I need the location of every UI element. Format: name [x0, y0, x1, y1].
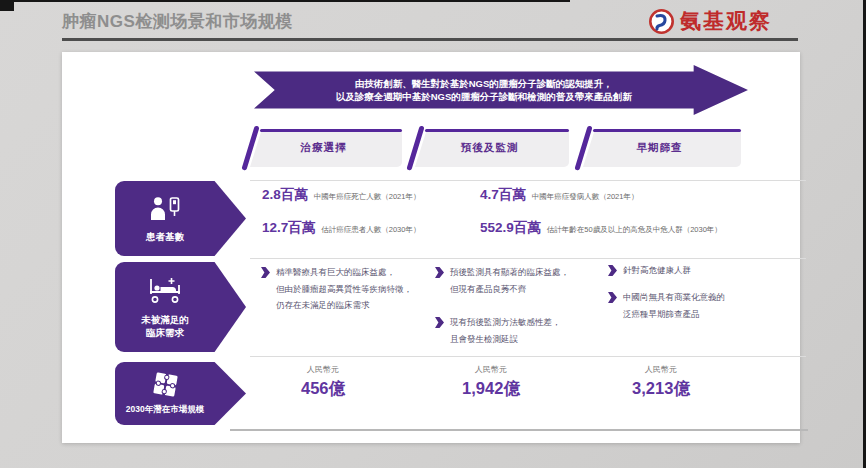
row-label-text: 2030年潛在市場規模 [126, 403, 204, 416]
bullet-line: 仍存在未滿足的臨床需求 [276, 297, 412, 314]
row-divider [250, 180, 806, 181]
banner-arrow: 由技術創新、醫生對於基於NGS的腫瘤分子診斷的認知提升， 以及診療全週期中基於N… [254, 65, 748, 115]
brand-logo: 氨基观察 [648, 7, 772, 35]
bullet-line: 針對高危健康人群 [623, 262, 691, 279]
screen-edge-top [0, 0, 570, 2]
market-value-screening: 人民幣元 3,213億 [596, 364, 726, 400]
brand-logo-icon [648, 8, 675, 35]
patient-icon [148, 195, 182, 222]
bullet-arrow-icon [608, 265, 617, 276]
row-label-line-2: 臨床需求 [141, 326, 189, 339]
stat-value: 4.7百萬 [480, 186, 526, 204]
bullet-no-pancancer-product: 中國尚無具有商業化意義的 泛癌種早期篩查產品 [608, 289, 778, 322]
tab-early-screening: 早期篩查 [578, 129, 741, 167]
row-label-patient-base: 患者基數 [115, 181, 246, 256]
row-label-unmet-needs: 未被滿足的 臨床需求 [115, 262, 246, 352]
bullet-arrow-icon [608, 292, 617, 303]
brand-logo-text: 氨基观察 [680, 7, 772, 35]
stat-caption: 中國年癌症發病人數（2021年） [532, 192, 639, 202]
bullet-monitoring-sensitivity: 現有預後監測方法敏感性差， 且會發生檢測延誤 [435, 314, 603, 347]
screen-edge-corner [0, 0, 14, 11]
row-label-market-size: 2030年潛在市場規模 [115, 362, 246, 425]
banner-text: 由技術創新、醫生對於基於NGS的腫瘤分子診斷的認知提升， 以及診療全週期中基於N… [279, 65, 689, 115]
bullet-prognosis-benefit: 預後監測具有顯著的臨床益處， 但現有產品良莠不齊 [435, 264, 603, 297]
stat-caption: 中國年癌症死亡人數（2021年） [314, 192, 421, 202]
tab-label: 治療選擇 [245, 129, 402, 167]
bullet-text: 中國尚無具有商業化意義的 泛癌種早期篩查產品 [623, 289, 725, 322]
stat-cancer-deaths: 2.8百萬 中國年癌症死亡人數（2021年） [262, 186, 420, 204]
market-value-prognosis: 人民幣元 1,942億 [426, 364, 556, 400]
stat-cancer-incidence: 4.7百萬 中國年癌症發病人數（2021年） [480, 186, 638, 204]
bullet-text: 預後監測具有顯著的臨床益處， 但現有產品良莠不齊 [450, 264, 569, 297]
currency-label: 人民幣元 [307, 364, 339, 375]
bullet-line: 泛癌種早期篩查產品 [623, 306, 725, 323]
bullet-high-risk-group: 針對高危健康人群 [608, 262, 778, 279]
tab-label: 預後及監測 [410, 129, 569, 167]
row-label-line-1: 未被滿足的 [141, 313, 189, 326]
stat-cancer-patients-2030: 12.7百萬 估計癌症患者人數（2030年） [262, 219, 420, 237]
page-title: 肿瘤NGS检测场景和市场规模 [62, 10, 293, 33]
bullet-line: 精準醫療具有巨大的臨床益處， [276, 264, 412, 281]
stat-value: 2.8百萬 [262, 186, 308, 204]
market-value-treatment: 人民幣元 456億 [258, 364, 388, 400]
market-value: 1,942億 [462, 378, 520, 400]
market-value: 3,213億 [632, 378, 690, 400]
banner-line-1: 由技術創新、醫生對於基於NGS的腫瘤分子診斷的認知提升， [355, 77, 613, 90]
stat-caption: 估計年齡在50歲及以上的高危及中危人群（2030年） [547, 225, 722, 235]
slide-card: 由技術創新、醫生對於基於NGS的腫瘤分子診斷的認知提升， 以及診療全週期中基於N… [62, 52, 800, 443]
currency-label: 人民幣元 [645, 364, 677, 375]
bullet-arrow-icon [261, 267, 270, 278]
bullet-line: 且會發生檢測延誤 [450, 331, 561, 348]
stat-high-risk-population: 552.9百萬 估計年齡在50歲及以上的高危及中危人群（2030年） [480, 219, 722, 237]
bullet-line: 現有預後監測方法敏感性差， [450, 314, 561, 331]
bullet-treatment-needs: 精準醫療具有巨大的臨床益處， 但由於腫瘤超高異質性等疾病特徵， 仍存在未滿足的臨… [261, 264, 433, 314]
bullet-text: 現有預後監測方法敏感性差， 且會發生檢測延誤 [450, 314, 561, 347]
bullet-arrow-icon [435, 317, 444, 328]
tab-label: 早期篩查 [578, 129, 741, 167]
bullet-line: 中國尚無具有商業化意義的 [623, 289, 725, 306]
bullet-text: 精準醫療具有巨大的臨床益處， 但由於腫瘤超高異質性等疾病特徵， 仍存在未滿足的臨… [276, 264, 412, 314]
puzzle-icon [152, 371, 179, 398]
bullet-arrow-icon [435, 267, 444, 278]
row-divider [250, 356, 806, 357]
bottom-divider [230, 429, 808, 431]
tab-treatment-selection: 治療選擇 [245, 129, 402, 167]
row-divider [250, 258, 806, 259]
currency-label: 人民幣元 [475, 364, 507, 375]
banner-line-2: 以及診療全週期中基於NGS的腫瘤分子診斷和檢測的普及帶來產品創新 [336, 90, 632, 103]
bullet-text: 針對高危健康人群 [623, 262, 691, 279]
hospital-bed-icon [146, 276, 184, 305]
stat-value: 552.9百萬 [480, 219, 541, 237]
market-value: 456億 [301, 378, 345, 400]
bullet-line: 但由於腫瘤超高異質性等疾病特徵， [276, 281, 412, 298]
bullet-line: 預後監測具有顯著的臨床益處， [450, 264, 569, 281]
stat-caption: 估計癌症患者人數（2030年） [321, 225, 420, 235]
row-label-text: 患者基數 [146, 230, 184, 243]
title-underline [62, 38, 798, 41]
bullet-line: 但現有產品良莠不齊 [450, 281, 569, 298]
tab-prognosis-monitoring: 預後及監測 [410, 129, 569, 167]
row-label-text: 未被滿足的 臨床需求 [141, 313, 189, 339]
stat-value: 12.7百萬 [262, 219, 315, 237]
